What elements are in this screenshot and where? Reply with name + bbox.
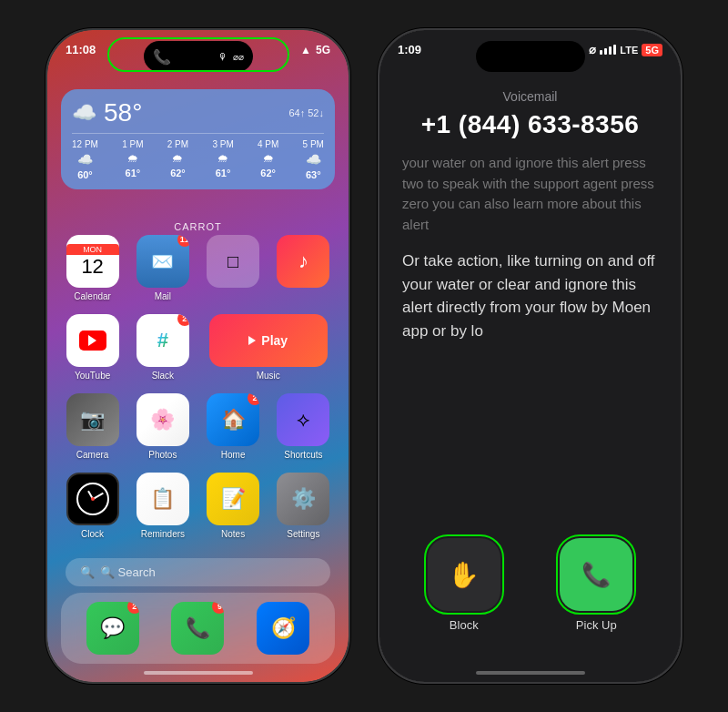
messages-glyph: 💬 xyxy=(100,616,125,640)
settings-glyph: ⚙️ xyxy=(291,487,316,511)
photos-icon[interactable]: 🌸 xyxy=(136,393,189,446)
search-bar[interactable]: 🔍 🔍 Search xyxy=(66,558,330,586)
messages-badge: 2 xyxy=(127,602,139,614)
cal-date: 12 xyxy=(81,255,103,279)
settings-label: Settings xyxy=(287,529,319,539)
app-item-youtube[interactable]: YouTube xyxy=(61,314,124,381)
clock-icon[interactable] xyxy=(66,473,119,525)
calendar-label: Calendar xyxy=(74,291,111,301)
home-label: Home xyxy=(221,450,246,460)
slack-label: Slack xyxy=(152,371,174,381)
folder-label: CARROT xyxy=(174,221,221,232)
block-label: Block xyxy=(450,618,479,632)
app-item-settings[interactable]: ⚙️ Settings xyxy=(272,473,335,539)
home-screen: 11:08 ▲ 5G 📞 🎙 ⌀⌀ xyxy=(47,30,349,682)
camera-label: Camera xyxy=(76,450,109,460)
music-play-icon[interactable]: Play xyxy=(209,314,328,367)
folder-content-icon: □ xyxy=(228,251,238,272)
notes-glyph: 📝 xyxy=(221,487,246,511)
music-folder-icon[interactable]: □ xyxy=(207,235,259,288)
safari-glyph: 🧭 xyxy=(271,616,296,640)
app-item-photos[interactable]: 🌸 Photos xyxy=(131,393,194,460)
reminders-glyph: 📋 xyxy=(150,487,175,511)
carrier-badge: 5G xyxy=(642,44,662,56)
shortcuts-icon[interactable]: ⟡ xyxy=(277,393,329,446)
app-item-home[interactable]: 🏠 2 Home xyxy=(202,393,265,460)
weather-cloud-icon: ☁️ xyxy=(72,101,96,125)
voicemail-status-icon: ⌀ xyxy=(589,43,596,56)
right-phone: 1:09 ⌀ LTE 5G Voicemail +1 ( xyxy=(378,28,682,684)
phone-number: +1 (844) 633-8356 xyxy=(393,110,667,139)
voicemail-label: Voicemail xyxy=(379,89,681,104)
weather-hour-4: 3 PM 🌧 61° xyxy=(212,139,233,180)
search-icon: 🔍 xyxy=(80,565,95,579)
app-item-folder[interactable]: □ xyxy=(202,235,265,301)
phone-icon-dock[interactable]: 📞 9 xyxy=(171,602,224,655)
mail-label: Mail xyxy=(155,291,171,301)
mail-icon[interactable]: ✉️ 11 xyxy=(136,235,189,288)
play-label: Play xyxy=(261,333,288,348)
wifi-icon: ▲ xyxy=(300,44,311,56)
photos-label: Photos xyxy=(148,450,177,460)
weather-hour-1: 12 PM ☁️ 60° xyxy=(72,139,98,180)
yt-play-triangle xyxy=(88,335,96,346)
reminders-label: Reminders xyxy=(141,529,185,539)
clock-label: Clock xyxy=(81,529,104,539)
messages-icon[interactable]: 💬 2 xyxy=(86,602,139,655)
youtube-icon[interactable] xyxy=(66,314,119,367)
app-item-slack[interactable]: # 2 Slack xyxy=(131,314,194,381)
music-note-icon[interactable]: ♪ xyxy=(277,235,329,288)
safari-icon[interactable]: 🧭 xyxy=(257,602,309,655)
pickup-btn-container: 📞 xyxy=(560,538,632,611)
time-left: 11:08 xyxy=(66,43,96,56)
app-item-clock[interactable]: Clock xyxy=(61,473,124,539)
home-glyph: 🏠 xyxy=(221,408,246,432)
clock-face xyxy=(76,483,109,515)
app-item-music-note[interactable]: ♪ xyxy=(272,235,335,301)
yt-play-icon xyxy=(79,331,106,351)
rain-icon-3: 🌧 xyxy=(172,152,183,165)
phone-glyph: 📞 xyxy=(186,616,210,640)
network-type: LTE xyxy=(620,45,638,56)
app-grid: MON 12 Calendar ✉️ 11 Mail □ xyxy=(61,235,335,539)
block-btn-container: ✋ xyxy=(428,538,500,611)
dock-messages[interactable]: 💬 2 xyxy=(86,602,139,655)
cloud-icon-1: ☁️ xyxy=(77,152,93,167)
weather-hour-5: 4 PM 🌧 62° xyxy=(258,139,278,180)
app-item-shortcuts[interactable]: ⟡ Shortcuts xyxy=(272,393,335,460)
app-item-calendar[interactable]: MON 12 Calendar xyxy=(61,235,124,301)
rain-icon-5: 🌧 xyxy=(263,152,274,165)
home-icon[interactable]: 🏠 2 xyxy=(207,393,259,446)
cal-header: MON xyxy=(66,244,119,255)
status-icons-right: ▲ 5G xyxy=(300,44,330,56)
camera-glyph: 📷 xyxy=(80,408,105,432)
left-phone: 11:08 ▲ 5G 📞 🎙 ⌀⌀ xyxy=(46,28,350,684)
reminders-icon[interactable]: 📋 xyxy=(136,473,189,525)
settings-icon[interactable]: ⚙️ xyxy=(277,473,329,525)
app-item-mail[interactable]: ✉️ 11 Mail xyxy=(131,235,194,301)
slack-icon[interactable]: # 2 xyxy=(136,314,189,367)
rain-icon-4: 🌧 xyxy=(217,152,228,165)
dock-phone[interactable]: 📞 9 xyxy=(171,602,224,655)
app-item-reminders[interactable]: 📋 Reminders xyxy=(131,473,194,539)
island-highlight xyxy=(107,37,289,72)
voicemail-faded-text: your water on and ignore this alert pres… xyxy=(402,153,658,235)
app-item-music[interactable]: Play Music xyxy=(202,314,336,381)
pickup-label: Pick Up xyxy=(576,618,617,632)
dock-safari[interactable]: 🧭 xyxy=(257,602,309,655)
weather-temp: 58° xyxy=(104,98,142,127)
app-item-camera[interactable]: 📷 Camera xyxy=(61,393,124,460)
shortcuts-glyph: ⟡ xyxy=(297,408,310,432)
right-status-icons: ⌀ LTE 5G xyxy=(589,43,662,56)
notes-label: Notes xyxy=(221,529,245,539)
slack-badge: 2 xyxy=(177,314,189,326)
photos-glyph: 🌸 xyxy=(150,408,175,432)
call-screen: 1:09 ⌀ LTE 5G Voicemail +1 ( xyxy=(379,30,681,682)
app-item-notes[interactable]: 📝 Notes xyxy=(202,473,265,539)
signal-bars-icon xyxy=(600,45,616,55)
calendar-icon[interactable]: MON 12 xyxy=(66,235,119,288)
camera-icon[interactable]: 📷 xyxy=(66,393,119,446)
shortcuts-label: Shortcuts xyxy=(284,450,322,460)
notes-icon[interactable]: 📝 xyxy=(207,473,259,525)
weather-hour-6: 5 PM ☁️ 63° xyxy=(303,139,324,180)
